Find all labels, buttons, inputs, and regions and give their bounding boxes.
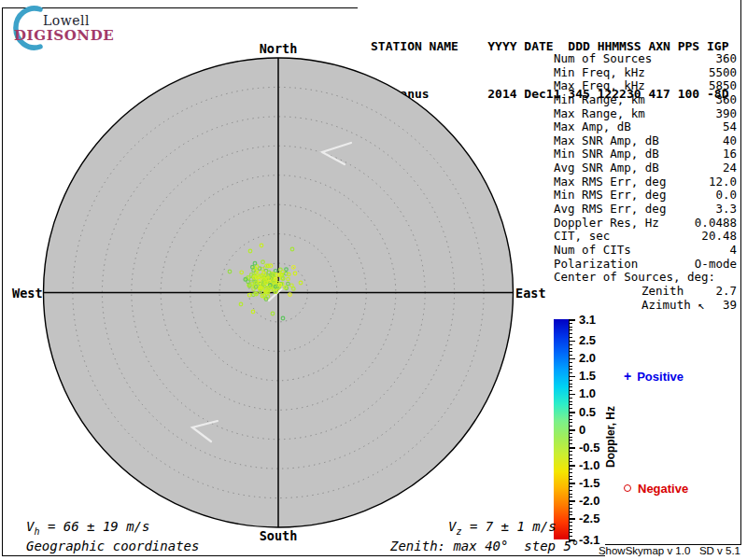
colorbar-minor-tick [569, 486, 572, 487]
param-label: Num of CITs [554, 244, 631, 258]
compass-west: West [12, 286, 43, 301]
param-value: 4 [729, 244, 737, 258]
colorbar-major-tick [569, 319, 575, 321]
colorbar-minor-tick [569, 514, 572, 515]
colorbar-tick-label: -1.0 [579, 458, 599, 472]
colorbar-minor-tick [569, 469, 572, 469]
colorbar-minor-tick [569, 437, 572, 438]
param-value: 0.0 [715, 189, 737, 203]
param-value: 12.0 [709, 175, 737, 189]
colorbar-major-tick [569, 394, 575, 396]
colorbar-minor-tick [569, 458, 572, 459]
doppler-colorbar [554, 319, 569, 539]
param-value: 360 [715, 93, 737, 107]
colorbar-major-tick [569, 500, 575, 502]
colorbar-tick-label: -2.0 [579, 494, 599, 508]
colorbar-minor-tick [569, 390, 572, 391]
param-value: 16 [723, 147, 737, 161]
param-label: Max Freq, kHz [554, 79, 645, 93]
colorbar-minor-tick [569, 532, 572, 533]
colorbar-minor-tick [569, 386, 572, 387]
colorbar-minor-tick [569, 333, 572, 334]
param-row: PolarizationO-mode [554, 258, 737, 272]
compass-north: North [260, 41, 298, 56]
param-value: 40 [723, 134, 737, 148]
param-row: Num of CITs4 [554, 244, 737, 258]
param-label: Doppler Res, Hz [554, 217, 659, 231]
vh-value: = 66 ± 19 m/s [39, 519, 149, 534]
param-label: Min RMS Err, deg [554, 189, 666, 203]
colorbar-minor-tick [569, 422, 572, 423]
param-row: Max Amp, dB54 [554, 120, 737, 134]
param-row: Max Freq, kHz5850 [554, 79, 737, 93]
param-value: 390 [715, 107, 737, 121]
colorbar-minor-tick [569, 401, 572, 402]
colorbar-minor-tick [569, 398, 572, 399]
colorbar-tick-label: 0 [579, 423, 585, 437]
colorbar-tick-label: -3.1 [579, 533, 599, 547]
colorbar-minor-tick [569, 443, 572, 444]
colorbar-minor-tick [569, 408, 572, 409]
colorbar-major-tick [569, 465, 575, 467]
param-row: Avg RMS Err, deg3.3 [554, 203, 737, 217]
param-value: 5500 [709, 66, 737, 80]
colorbar-major-tick [569, 447, 575, 449]
param-label: Avg RMS Err, deg [554, 203, 666, 217]
param-row: Min Range, km360 [554, 93, 737, 107]
circle-icon [624, 484, 631, 492]
param-label: Min SNR Amp, dB [554, 147, 659, 161]
colorbar-minor-tick [569, 440, 572, 441]
param-value: 20.48 [701, 230, 737, 244]
colorbar-minor-tick [569, 461, 572, 462]
colorbar-minor-tick [569, 348, 572, 349]
negative-legend: Negative [624, 482, 688, 496]
colorbar-tick-label: 1.5 [579, 369, 596, 383]
colorbar-tick-label: 2.0 [579, 351, 596, 365]
param-label: Center of Sources, deg: [554, 271, 715, 285]
param-value: 24 [723, 161, 737, 175]
colorbar-minor-tick [569, 366, 572, 367]
colorbar-minor-tick [569, 476, 572, 477]
param-label: Avg SNR Amp, dB [554, 161, 659, 175]
colorbar-minor-tick [569, 472, 572, 473]
colorbar-major-tick [569, 376, 575, 378]
param-label: Max RMS Err, deg [554, 175, 666, 189]
param-label: Min Range, km [554, 93, 645, 107]
colorbar-minor-tick [569, 404, 572, 405]
param-label: Max SNR Amp, dB [554, 134, 659, 148]
vz-value: = 7 ± 1 m/s [461, 519, 556, 534]
colorbar-major-tick [569, 341, 575, 343]
params-list: Num of Sources360Min Freq, kHz5500Max Fr… [554, 52, 737, 312]
colorbar-minor-tick [569, 494, 572, 495]
param-label: Max Amp, dB [554, 120, 631, 134]
zenith-range-note: Zenith: max 40° step 5° [390, 539, 579, 553]
colorbar-minor-tick [569, 327, 572, 328]
param-label: Polarization [554, 258, 638, 272]
coords-note: Geographic coordinates [26, 539, 199, 553]
colorbar-minor-tick [569, 351, 572, 352]
param-value: 5850 [709, 79, 737, 93]
colorbar-minor-tick [569, 536, 572, 537]
colorbar-minor-tick [569, 511, 572, 512]
plus-icon: + [624, 369, 631, 384]
param-row: Min Freq, kHz5500 [554, 66, 737, 80]
param-label: Min Freq, kHz [554, 66, 645, 80]
colorbar-tick-label: -0.5 [579, 441, 599, 455]
colorbar-major-tick [569, 518, 575, 520]
colorbar-minor-tick [569, 419, 572, 420]
colorbar-minor-tick [569, 362, 572, 363]
colorbar-minor-tick [569, 490, 572, 491]
colorbar-minor-tick [569, 497, 572, 497]
colorbar-tick-label: -1.5 [579, 476, 599, 490]
colorbar-minor-tick [569, 372, 572, 373]
colorbar-minor-tick [569, 433, 572, 434]
param-value: 3.3 [715, 203, 737, 217]
compass-east: East [515, 286, 546, 301]
colorbar-minor-tick [569, 522, 572, 523]
colorbar-title: Doppler, Hz [604, 406, 617, 468]
param-value: O-mode [695, 258, 737, 272]
colorbar-tick-label: 1.0 [579, 386, 596, 400]
colorbar-minor-tick [569, 525, 572, 526]
param-row: Max RMS Err, deg12.0 [554, 175, 737, 189]
param-row: Zenith2.7 [554, 285, 737, 299]
